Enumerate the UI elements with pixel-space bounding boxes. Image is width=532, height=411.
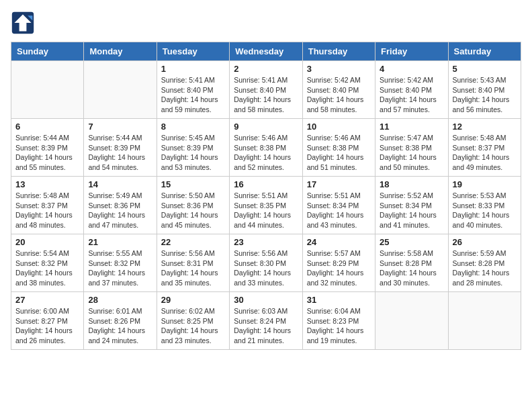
day-info: Sunrise: 5:53 AM Sunset: 8:33 PM Dayligh…: [453, 191, 517, 230]
calendar-day-cell: 27Sunrise: 6:00 AM Sunset: 8:27 PM Dayli…: [11, 292, 84, 350]
calendar-day-cell: 21Sunrise: 5:55 AM Sunset: 8:32 PM Dayli…: [84, 234, 157, 292]
calendar-day-cell: 1Sunrise: 5:41 AM Sunset: 8:40 PM Daylig…: [157, 61, 229, 119]
day-of-week-header: Wednesday: [230, 42, 302, 61]
calendar-day-cell: 12Sunrise: 5:48 AM Sunset: 8:37 PM Dayli…: [448, 119, 521, 177]
day-number: 27: [15, 295, 79, 305]
calendar-day-cell: 29Sunrise: 6:02 AM Sunset: 8:25 PM Dayli…: [157, 292, 229, 350]
day-number: 10: [307, 122, 371, 132]
day-number: 25: [380, 237, 443, 247]
day-info: Sunrise: 5:48 AM Sunset: 8:37 PM Dayligh…: [15, 191, 79, 230]
day-info: Sunrise: 5:50 AM Sunset: 8:36 PM Dayligh…: [161, 191, 225, 230]
calendar-table: SundayMondayTuesdayWednesdayThursdayFrid…: [11, 42, 521, 350]
day-number: 23: [234, 237, 298, 247]
day-of-week-header: Friday: [375, 42, 448, 61]
day-info: Sunrise: 5:54 AM Sunset: 8:32 PM Dayligh…: [15, 248, 79, 288]
calendar-day-cell: 2Sunrise: 5:41 AM Sunset: 8:40 PM Daylig…: [230, 61, 302, 119]
logo-icon: [11, 11, 35, 35]
calendar-day-cell: 5Sunrise: 5:43 AM Sunset: 8:40 PM Daylig…: [448, 61, 521, 119]
day-info: Sunrise: 5:58 AM Sunset: 8:28 PM Dayligh…: [380, 248, 443, 288]
calendar-day-cell: 20Sunrise: 5:54 AM Sunset: 8:32 PM Dayli…: [11, 234, 84, 292]
day-of-week-header: Saturday: [448, 42, 521, 61]
calendar-day-cell: 9Sunrise: 5:46 AM Sunset: 8:38 PM Daylig…: [230, 119, 302, 177]
calendar-day-cell: 8Sunrise: 5:45 AM Sunset: 8:39 PM Daylig…: [157, 119, 229, 177]
calendar-week-row: 20Sunrise: 5:54 AM Sunset: 8:32 PM Dayli…: [11, 234, 521, 292]
calendar-day-cell: [448, 292, 521, 350]
day-info: Sunrise: 5:46 AM Sunset: 8:38 PM Dayligh…: [234, 133, 298, 173]
day-info: Sunrise: 5:51 AM Sunset: 8:34 PM Dayligh…: [307, 191, 371, 230]
day-number: 14: [88, 179, 152, 189]
calendar-week-row: 6Sunrise: 5:44 AM Sunset: 8:39 PM Daylig…: [11, 119, 521, 177]
day-info: Sunrise: 6:03 AM Sunset: 8:24 PM Dayligh…: [234, 306, 298, 346]
day-number: 6: [15, 122, 79, 132]
calendar-day-cell: 30Sunrise: 6:03 AM Sunset: 8:24 PM Dayli…: [230, 292, 302, 350]
calendar-day-cell: 7Sunrise: 5:44 AM Sunset: 8:39 PM Daylig…: [84, 119, 157, 177]
day-number: 12: [453, 122, 517, 132]
day-info: Sunrise: 6:01 AM Sunset: 8:26 PM Dayligh…: [88, 306, 152, 346]
day-info: Sunrise: 6:02 AM Sunset: 8:25 PM Dayligh…: [161, 306, 225, 346]
day-of-week-header: Tuesday: [157, 42, 229, 61]
day-number: 1: [161, 64, 225, 74]
calendar-week-row: 27Sunrise: 6:00 AM Sunset: 8:27 PM Dayli…: [11, 292, 521, 350]
day-info: Sunrise: 5:44 AM Sunset: 8:39 PM Dayligh…: [88, 133, 152, 173]
calendar-day-cell: 17Sunrise: 5:51 AM Sunset: 8:34 PM Dayli…: [302, 177, 375, 234]
calendar-day-cell: 14Sunrise: 5:49 AM Sunset: 8:36 PM Dayli…: [84, 177, 157, 234]
calendar-day-cell: [11, 61, 84, 119]
calendar-header-row: SundayMondayTuesdayWednesdayThursdayFrid…: [11, 42, 521, 61]
calendar-day-cell: 3Sunrise: 5:42 AM Sunset: 8:40 PM Daylig…: [302, 61, 375, 119]
day-number: 29: [161, 295, 225, 305]
day-info: Sunrise: 5:51 AM Sunset: 8:35 PM Dayligh…: [234, 191, 298, 230]
day-number: 16: [234, 179, 298, 189]
day-of-week-header: Sunday: [11, 42, 84, 61]
day-number: 2: [234, 64, 298, 74]
day-info: Sunrise: 6:04 AM Sunset: 8:23 PM Dayligh…: [307, 306, 371, 346]
day-info: Sunrise: 6:00 AM Sunset: 8:27 PM Dayligh…: [15, 306, 79, 346]
calendar-day-cell: 28Sunrise: 6:01 AM Sunset: 8:26 PM Dayli…: [84, 292, 157, 350]
day-number: 9: [234, 122, 298, 132]
day-number: 4: [380, 64, 443, 74]
day-number: 20: [15, 237, 79, 247]
day-number: 8: [161, 122, 225, 132]
calendar-day-cell: 23Sunrise: 5:56 AM Sunset: 8:30 PM Dayli…: [230, 234, 302, 292]
day-info: Sunrise: 5:52 AM Sunset: 8:34 PM Dayligh…: [380, 191, 443, 230]
day-number: 18: [380, 179, 443, 189]
day-info: Sunrise: 5:41 AM Sunset: 8:40 PM Dayligh…: [161, 75, 225, 115]
day-of-week-header: Monday: [84, 42, 157, 61]
calendar-day-cell: 13Sunrise: 5:48 AM Sunset: 8:37 PM Dayli…: [11, 177, 84, 234]
calendar-day-cell: 24Sunrise: 5:57 AM Sunset: 8:29 PM Dayli…: [302, 234, 375, 292]
day-number: 31: [307, 295, 371, 305]
day-number: 17: [307, 179, 371, 189]
day-info: Sunrise: 5:56 AM Sunset: 8:31 PM Dayligh…: [161, 248, 225, 288]
day-info: Sunrise: 5:45 AM Sunset: 8:39 PM Dayligh…: [161, 133, 225, 173]
calendar-day-cell: 15Sunrise: 5:50 AM Sunset: 8:36 PM Dayli…: [157, 177, 229, 234]
day-number: 28: [88, 295, 152, 305]
calendar-day-cell: 19Sunrise: 5:53 AM Sunset: 8:33 PM Dayli…: [448, 177, 521, 234]
day-number: 11: [380, 122, 443, 132]
day-number: 24: [307, 237, 371, 247]
day-number: 22: [161, 237, 225, 247]
day-info: Sunrise: 5:55 AM Sunset: 8:32 PM Dayligh…: [88, 248, 152, 288]
day-info: Sunrise: 5:41 AM Sunset: 8:40 PM Dayligh…: [234, 75, 298, 115]
day-number: 5: [453, 64, 517, 74]
day-info: Sunrise: 5:47 AM Sunset: 8:38 PM Dayligh…: [380, 133, 443, 173]
day-number: 21: [88, 237, 152, 247]
day-info: Sunrise: 5:56 AM Sunset: 8:30 PM Dayligh…: [234, 248, 298, 288]
calendar-day-cell: 31Sunrise: 6:04 AM Sunset: 8:23 PM Dayli…: [302, 292, 375, 350]
day-number: 30: [234, 295, 298, 305]
calendar-day-cell: 18Sunrise: 5:52 AM Sunset: 8:34 PM Dayli…: [375, 177, 448, 234]
calendar-day-cell: 6Sunrise: 5:44 AM Sunset: 8:39 PM Daylig…: [11, 119, 84, 177]
day-number: 26: [453, 237, 517, 247]
calendar-week-row: 13Sunrise: 5:48 AM Sunset: 8:37 PM Dayli…: [11, 177, 521, 234]
calendar-day-cell: 22Sunrise: 5:56 AM Sunset: 8:31 PM Dayli…: [157, 234, 229, 292]
day-of-week-header: Thursday: [302, 42, 375, 61]
day-info: Sunrise: 5:46 AM Sunset: 8:38 PM Dayligh…: [307, 133, 371, 173]
logo: [11, 11, 38, 35]
day-info: Sunrise: 5:43 AM Sunset: 8:40 PM Dayligh…: [453, 75, 517, 115]
day-info: Sunrise: 5:42 AM Sunset: 8:40 PM Dayligh…: [380, 75, 443, 115]
calendar-day-cell: [84, 61, 157, 119]
day-number: 15: [161, 179, 225, 189]
calendar-day-cell: 16Sunrise: 5:51 AM Sunset: 8:35 PM Dayli…: [230, 177, 302, 234]
day-info: Sunrise: 5:42 AM Sunset: 8:40 PM Dayligh…: [307, 75, 371, 115]
day-info: Sunrise: 5:49 AM Sunset: 8:36 PM Dayligh…: [88, 191, 152, 230]
day-info: Sunrise: 5:44 AM Sunset: 8:39 PM Dayligh…: [15, 133, 79, 173]
day-number: 7: [88, 122, 152, 132]
